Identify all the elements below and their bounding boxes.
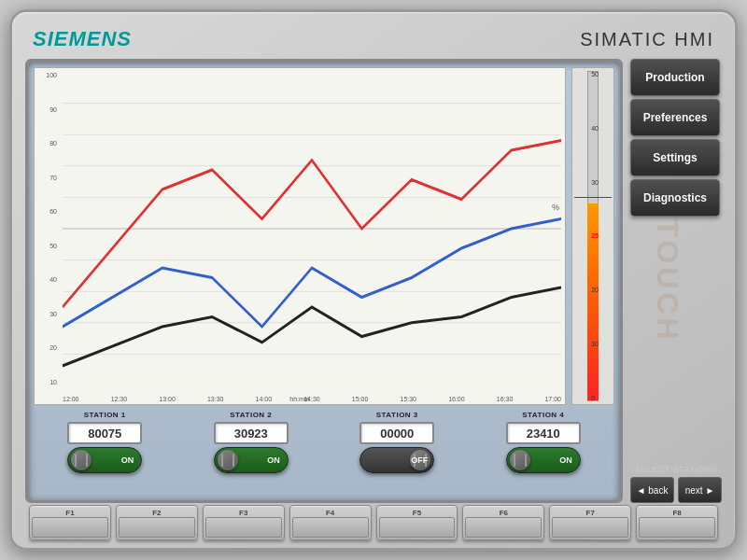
chart-section: 100 90 80 70 60 50 40 30 20 10: [34, 67, 614, 405]
settings-button[interactable]: Settings: [630, 139, 720, 176]
screen-area: 100 90 80 70 60 50 40 30 20 10: [25, 59, 623, 503]
station-1-state: ON: [121, 455, 134, 465]
gauge-red-marker: [574, 197, 612, 198]
station-4-knob: [510, 450, 530, 470]
chart-x-labels: 12:00 12:30 13:00 13:30 14:00 14:30 15:0…: [63, 396, 561, 402]
station-3-label: STATION 3: [376, 411, 418, 419]
fn-btn-f2-label: F2: [152, 509, 161, 517]
chart-svg: [63, 72, 561, 385]
station-1-value: 80075: [67, 422, 142, 444]
fn-btn-f1[interactable]: F1: [29, 505, 111, 540]
fn-btn-f2-inner: [119, 517, 195, 538]
fn-btn-f5[interactable]: F5: [376, 505, 458, 540]
fn-btn-f8-label: F8: [672, 509, 681, 517]
fn-btn-f6[interactable]: F6: [462, 505, 544, 540]
station-1-label: STATION 1: [84, 411, 126, 419]
fn-btn-f8-inner: [639, 517, 715, 538]
next-button[interactable]: next ►: [678, 477, 722, 503]
fn-btn-f3-label: F3: [239, 509, 247, 517]
fn-btn-f7-inner: [552, 517, 628, 538]
station-2-knob: [218, 450, 238, 470]
station-4: STATION 4 23410 ON: [474, 411, 613, 495]
fn-btn-f3-inner: [205, 517, 282, 538]
station-1: STATION 1 80075 ON: [35, 411, 175, 495]
select-stations: SELECT STATIONS ◄ back next ►: [630, 465, 722, 503]
chart-y-labels: 100 90 80 70 60 50 40 30 20 10: [35, 72, 59, 385]
fn-btn-f4-label: F4: [326, 509, 334, 517]
fn-btn-f4[interactable]: F4: [289, 505, 372, 540]
gauge-tick-labels: 50 40 30 25 20 10 0: [591, 71, 599, 401]
preferences-button[interactable]: Preferences: [630, 99, 720, 136]
percent-label: %: [552, 203, 559, 212]
right-panel: TOUCH Production Preferences Settings Di…: [630, 59, 722, 503]
fn-btn-f3[interactable]: F3: [203, 505, 285, 540]
station-3-toggle[interactable]: OFF: [359, 447, 434, 473]
top-bar: SIEMENS SIMATIC HMI: [25, 21, 722, 57]
station-3-value: 00000: [359, 422, 434, 444]
station-2-state: ON: [267, 455, 280, 465]
station-4-toggle[interactable]: ON: [506, 447, 581, 473]
station-4-state: ON: [559, 455, 572, 465]
station-3: STATION 3 00000 OFF: [328, 411, 467, 495]
siemens-logo: SIEMENS: [33, 27, 132, 51]
fn-btn-f6-inner: [465, 517, 542, 538]
nav-buttons: Production Preferences Settings Diagnost…: [630, 59, 722, 217]
fn-btn-f5-label: F5: [413, 509, 421, 517]
stations-section: STATION 1 80075 ON STATION 2 30923 ON: [34, 411, 614, 495]
station-2-value: 30923: [214, 422, 289, 444]
fn-btn-f1-inner: [32, 517, 108, 538]
station-3-state: OFF: [411, 455, 428, 465]
diagnostics-button[interactable]: Diagnostics: [630, 179, 720, 217]
station-1-knob: [71, 450, 92, 470]
fn-btn-f8[interactable]: F8: [636, 505, 718, 540]
device-frame: SIEMENS SIMATIC HMI 100 90 80 70 60 50 4…: [9, 9, 738, 551]
fn-btn-f4-inner: [292, 517, 369, 538]
station-2-toggle[interactable]: ON: [214, 447, 289, 473]
fn-btn-f1-label: F1: [65, 509, 74, 517]
fn-btn-f7[interactable]: F7: [549, 505, 631, 540]
station-2: STATION 2 30923 ON: [182, 411, 321, 495]
chart-grid: [63, 72, 561, 385]
station-4-label: STATION 4: [522, 411, 564, 419]
gauge-area: 50 40 30 25 20 10 0: [571, 67, 614, 405]
fn-btn-f6-label: F6: [500, 509, 508, 517]
station-2-label: STATION 2: [230, 411, 272, 419]
station-nav-btns: ◄ back next ►: [630, 477, 722, 503]
back-button[interactable]: ◄ back: [630, 477, 674, 503]
station-4-value: 23410: [506, 422, 581, 444]
hmi-title: SIMATIC HMI: [580, 29, 714, 50]
station-1-toggle[interactable]: ON: [67, 447, 142, 473]
select-stations-label: SELECT STATIONS: [630, 465, 722, 474]
fn-btn-f7-label: F7: [586, 509, 595, 517]
gauge-inner: 50 40 30 25 20 10 0: [574, 71, 612, 401]
fn-buttons: F1 F2 F3 F4 F5 F6 F7 F8: [25, 505, 722, 540]
chart-container: 100 90 80 70 60 50 40 30 20 10: [34, 67, 566, 405]
fn-btn-f5-inner: [379, 517, 456, 538]
production-button[interactable]: Production: [630, 59, 720, 96]
fn-btn-f2[interactable]: F2: [116, 505, 198, 540]
main-content: 100 90 80 70 60 50 40 30 20 10: [25, 57, 722, 505]
x-unit-label: hh:mm: [289, 396, 309, 402]
right-panel-inner: Production Preferences Settings Diagnost…: [630, 59, 722, 503]
